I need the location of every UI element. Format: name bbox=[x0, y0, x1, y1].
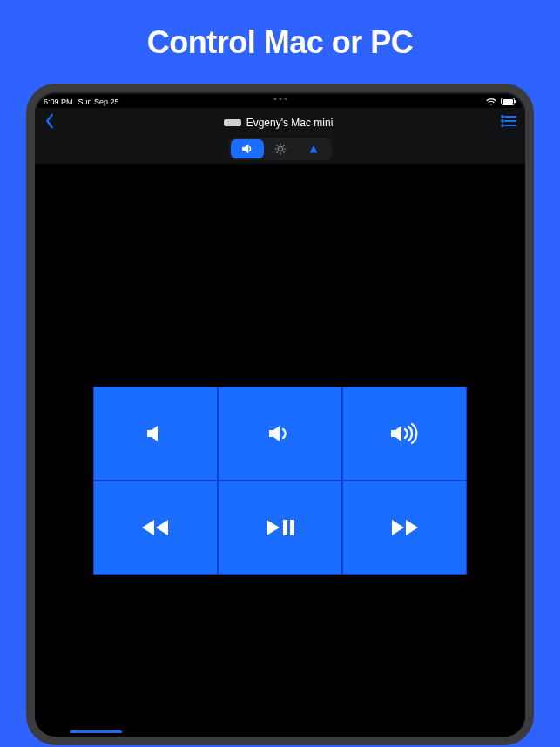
svg-rect-1 bbox=[503, 99, 513, 104]
mac-mini-icon bbox=[224, 119, 241, 126]
nav-title: Evgeny's Mac mini bbox=[224, 117, 334, 129]
svg-line-15 bbox=[283, 151, 284, 152]
volume-down-button[interactable] bbox=[218, 387, 342, 481]
segmented-control bbox=[229, 138, 332, 160]
page-indicator bbox=[70, 730, 122, 733]
svg-point-5 bbox=[502, 120, 503, 122]
nav-bar: Evgeny's Mac mini bbox=[35, 108, 525, 138]
rewind-button[interactable] bbox=[93, 481, 218, 575]
svg-rect-18 bbox=[283, 520, 287, 535]
segment-bar bbox=[35, 138, 525, 164]
mute-button[interactable] bbox=[93, 387, 218, 481]
battery-icon bbox=[501, 98, 516, 107]
svg-rect-19 bbox=[290, 520, 294, 535]
svg-point-3 bbox=[502, 116, 503, 118]
svg-rect-2 bbox=[515, 100, 516, 103]
multitask-dots bbox=[273, 98, 287, 100]
svg-point-7 bbox=[502, 124, 503, 126]
svg-line-16 bbox=[276, 151, 277, 152]
status-time: 6:09 PM bbox=[44, 98, 73, 106]
segment-volume[interactable] bbox=[231, 139, 264, 158]
svg-line-17 bbox=[283, 145, 284, 146]
segment-media[interactable] bbox=[297, 139, 330, 158]
main-area bbox=[35, 164, 525, 737]
svg-line-14 bbox=[276, 145, 277, 146]
headline-text: Control Mac or PC bbox=[147, 24, 414, 61]
back-button[interactable] bbox=[44, 113, 56, 132]
ipad-frame: 6:09 PM Sun Sep 25 Evgeny's Mac mini bbox=[26, 84, 534, 745]
play-pause-button[interactable] bbox=[218, 481, 342, 575]
wifi-icon bbox=[486, 98, 496, 107]
list-button[interactable] bbox=[501, 115, 516, 131]
forward-button[interactable] bbox=[342, 481, 467, 575]
segment-brightness[interactable] bbox=[264, 139, 297, 158]
device-name-label: Evgeny's Mac mini bbox=[246, 117, 334, 129]
control-grid bbox=[93, 387, 468, 575]
status-bar: 6:09 PM Sun Sep 25 bbox=[35, 92, 525, 108]
status-date: Sun Sep 25 bbox=[78, 98, 119, 106]
svg-point-9 bbox=[278, 146, 282, 151]
promo-page: Control Mac or PC 6:09 PM Sun Sep 25 bbox=[0, 0, 560, 747]
volume-up-button[interactable] bbox=[342, 387, 467, 481]
